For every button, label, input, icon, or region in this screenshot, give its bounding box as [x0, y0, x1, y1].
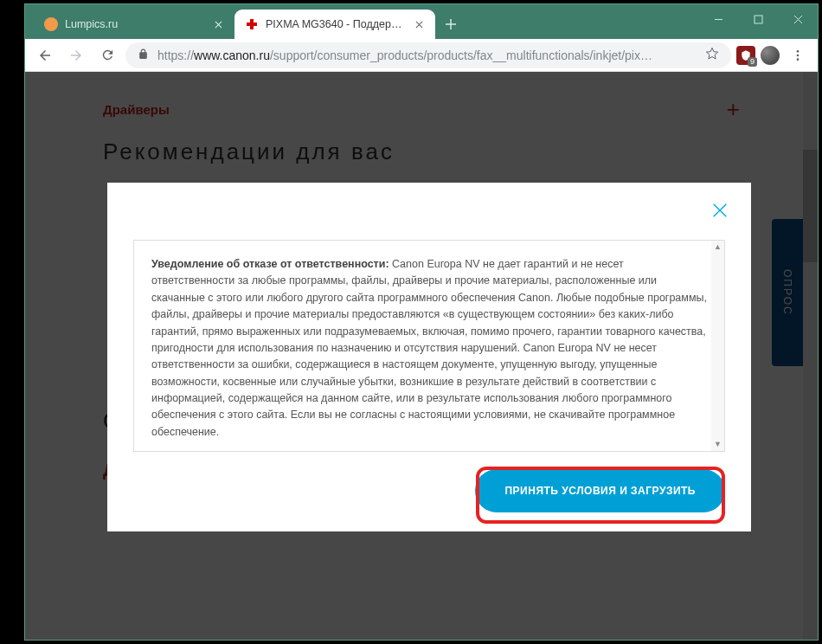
modal-close-button[interactable] [708, 198, 732, 222]
modal-actions: ПРИНЯТЬ УСЛОВИЯ И ЗАГРУЗИТЬ [107, 452, 751, 523]
close-icon[interactable] [413, 18, 425, 30]
menu-button[interactable] [785, 42, 811, 68]
favicon-canon [245, 17, 259, 31]
textbox-scrollbar[interactable] [711, 241, 724, 451]
svg-rect-2 [755, 16, 762, 23]
close-window-button[interactable] [778, 4, 818, 34]
svg-point-5 [797, 58, 800, 61]
svg-rect-1 [247, 23, 257, 26]
tab-lumpics[interactable]: Lumpics.ru [34, 10, 234, 39]
tab-canon[interactable]: PIXMA MG3640 - Поддержка - З [234, 10, 435, 39]
browser-window: Lumpics.ru PIXMA MG3640 - Поддержка - З … [24, 3, 819, 641]
new-tab-button[interactable] [439, 12, 463, 36]
forward-button[interactable] [63, 42, 89, 68]
minimize-button[interactable] [698, 4, 738, 34]
extension-count: 9 [748, 57, 757, 67]
tab-title: PIXMA MG3640 - Поддержка - З [266, 18, 406, 30]
accept-download-button[interactable]: ПРИНЯТЬ УСЛОВИЯ И ЗАГРУЗИТЬ [475, 469, 725, 512]
toolbar: https://www.canon.ru/support/consumer_pr… [25, 39, 818, 72]
tabstrip: Lumpics.ru PIXMA MG3640 - Поддержка - З [25, 4, 463, 39]
url-text: https://www.canon.ru/support/consumer_pr… [157, 48, 697, 62]
favicon-lumpics [44, 17, 58, 31]
disclaimer-modal: Уведомление об отказе от ответственности… [107, 183, 751, 531]
reload-button[interactable] [94, 42, 120, 68]
bookmark-icon[interactable] [705, 47, 719, 63]
extension-ublock[interactable]: 9 [736, 46, 755, 65]
svg-point-4 [797, 54, 800, 56]
close-icon[interactable] [212, 18, 224, 30]
viewport: Драйверы + Рекомендации для вас Отдельны… [25, 72, 818, 640]
profile-avatar[interactable] [761, 46, 780, 65]
titlebar: Lumpics.ru PIXMA MG3640 - Поддержка - З [25, 4, 818, 39]
close-icon [710, 201, 729, 220]
maximize-button[interactable] [738, 4, 778, 34]
scroll-down-icon[interactable]: ▼ [711, 438, 724, 451]
address-bar[interactable]: https://www.canon.ru/support/consumer_pr… [125, 42, 731, 68]
svg-point-3 [797, 50, 800, 53]
disclaimer-title: Уведомление об отказе от ответственности… [151, 258, 389, 270]
back-button[interactable] [32, 42, 58, 68]
disclaimer-textbox[interactable]: Уведомление об отказе от ответственности… [133, 240, 725, 452]
disclaimer-body: Canon Europa NV не дает гарантий и не не… [151, 258, 707, 438]
scroll-up-icon[interactable]: ▲ [711, 241, 724, 254]
tab-title: Lumpics.ru [65, 18, 205, 30]
window-controls [698, 4, 818, 34]
lock-icon [138, 48, 149, 62]
